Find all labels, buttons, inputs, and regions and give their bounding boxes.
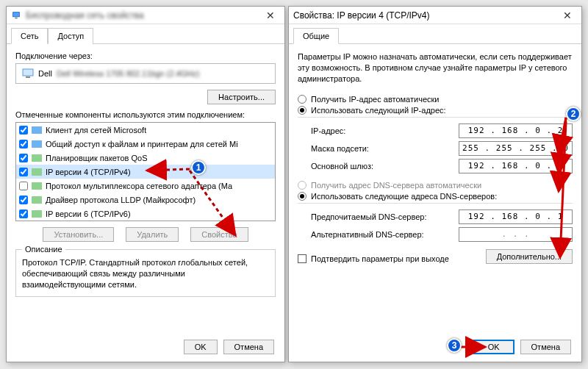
tab-general[interactable]: Общие xyxy=(293,28,339,44)
item-label: Клиент для сетей Microsoft xyxy=(46,126,146,135)
item-label: Драйвер протокола LLDP (Майкрософт) xyxy=(46,196,196,204)
checkbox-label: Подтвердить параметры при выходе xyxy=(311,254,449,263)
list-item[interactable]: Протокол мультиплексора сетевого адаптер… xyxy=(16,179,275,193)
install-button[interactable]: Установить... xyxy=(43,227,114,242)
annotation-marker-2: 2 xyxy=(566,107,581,121)
label-gateway: Основной шлюз: xyxy=(311,162,373,171)
component-icon xyxy=(32,209,42,219)
help-text: Параметры IP можно назначать автоматичес… xyxy=(298,51,573,85)
description-title: Описание xyxy=(22,245,65,254)
list-item[interactable]: IP версии 6 (TCP/IPv6) xyxy=(16,207,275,221)
titlebar[interactable]: Беспроводная сеть свойства ✕ xyxy=(7,7,284,24)
radio-label: Использовать следующий IP-адрес: xyxy=(311,106,446,115)
label-dns1: Предпочитаемый DNS-сервер: xyxy=(311,212,426,221)
radio-label: Получить IP-адрес автоматически xyxy=(311,95,439,104)
svg-rect-0 xyxy=(13,12,20,16)
description-text: Протокол TCP/IP. Стандартный протокол гл… xyxy=(22,257,269,290)
input-mask[interactable]: 255 . 255 . 255 . 0 xyxy=(459,141,573,156)
svg-rect-8 xyxy=(32,182,42,190)
tab-network[interactable]: Сеть xyxy=(11,28,48,44)
checkbox-icon xyxy=(298,254,306,263)
network-icon xyxy=(11,10,21,21)
connection-label: Подключение через: xyxy=(15,51,276,60)
close-icon[interactable]: ✕ xyxy=(261,10,280,21)
svg-rect-5 xyxy=(32,140,42,148)
confirm-on-exit[interactable]: Подтвердить параметры при выходе xyxy=(298,254,449,263)
item-label: Общий доступ к файлам и принтерам для се… xyxy=(46,140,238,148)
item-label: Планировщик пакетов QoS xyxy=(46,154,148,162)
svg-rect-3 xyxy=(26,76,30,78)
connection-adapter: Dell Dell Wireless 1705 802.11bgn (2.4GH… xyxy=(15,63,276,84)
input-ip[interactable]: 192 . 168 . 0 . 2 xyxy=(459,123,573,138)
label-mask: Маска подсети: xyxy=(311,144,369,153)
checkbox[interactable] xyxy=(19,168,28,176)
component-icon xyxy=(32,195,42,205)
list-item[interactable]: Драйвер протокола LLDP (Майкрософт) xyxy=(16,193,275,207)
component-icon xyxy=(32,167,42,177)
item-label: IP версии 4 (TCP/IPv4) xyxy=(46,168,131,176)
checkbox[interactable] xyxy=(19,154,28,162)
adapter-icon xyxy=(22,68,34,79)
radio-dns-manual[interactable]: Использовать следующие адреса DNS-сервер… xyxy=(298,192,573,201)
network-connection-properties-dialog: Беспроводная сеть свойства ✕ Сеть Доступ… xyxy=(6,6,285,362)
svg-rect-1 xyxy=(15,17,18,18)
list-item[interactable]: Общий доступ к файлам и принтерам для се… xyxy=(16,137,275,151)
annotation-marker-3: 3 xyxy=(447,338,462,353)
radio-label: Использовать следующие адреса DNS-сервер… xyxy=(311,192,497,201)
component-icon xyxy=(32,139,42,149)
list-item[interactable]: Клиент для сетей Microsoft xyxy=(16,123,275,137)
component-icon xyxy=(32,181,42,191)
svg-rect-10 xyxy=(32,210,42,218)
checkbox[interactable] xyxy=(19,196,28,204)
radio-dns-auto: Получить адрес DNS-сервера автоматически xyxy=(298,181,573,190)
list-item[interactable]: Планировщик пакетов QoS xyxy=(16,151,275,165)
radio-icon xyxy=(298,181,306,190)
input-gateway[interactable]: 192 . 168 . 0 . 1 xyxy=(459,159,573,173)
checkbox[interactable] xyxy=(19,140,28,148)
input-dns1[interactable]: 192 . 168 . 0 . 1 xyxy=(459,209,573,224)
checkbox[interactable] xyxy=(19,209,28,218)
svg-rect-6 xyxy=(32,154,42,162)
ok-button[interactable]: OK xyxy=(184,340,218,354)
item-label: IP версии 6 (TCP/IPv6) xyxy=(46,209,131,218)
radio-ip-manual[interactable]: Использовать следующий IP-адрес: xyxy=(298,106,573,115)
checkbox[interactable] xyxy=(19,126,28,135)
components-list[interactable]: Клиент для сетей Microsoft Общий доступ … xyxy=(15,122,276,221)
radio-icon xyxy=(298,106,306,115)
cancel-button[interactable]: Отмена xyxy=(223,340,274,354)
tab-access[interactable]: Доступ xyxy=(48,28,93,44)
close-icon[interactable]: ✕ xyxy=(558,10,577,21)
label-ip: IP-адрес: xyxy=(311,126,345,135)
checkbox[interactable] xyxy=(19,182,28,190)
configure-button[interactable]: Настроить... xyxy=(207,90,276,104)
remove-button[interactable]: Удалить xyxy=(126,227,179,242)
properties-button[interactable]: Свойства xyxy=(190,227,248,242)
svg-rect-2 xyxy=(23,69,33,76)
svg-rect-9 xyxy=(32,196,42,204)
titlebar[interactable]: Свойства: IP версии 4 (TCP/IPv4) ✕ xyxy=(289,7,581,24)
cancel-button[interactable]: Отмена xyxy=(520,340,571,354)
component-icon xyxy=(32,153,42,163)
tab-strip: Сеть Доступ xyxy=(7,24,284,44)
ok-button[interactable]: OK xyxy=(473,340,514,354)
annotation-marker-1: 1 xyxy=(191,160,206,175)
svg-rect-4 xyxy=(32,126,42,134)
list-item-ipv4[interactable]: IP версии 4 (TCP/IPv4) xyxy=(16,165,275,179)
svg-rect-7 xyxy=(32,168,42,176)
component-icon xyxy=(32,125,42,135)
advanced-button[interactable]: Дополнительно... xyxy=(486,249,573,264)
radio-icon xyxy=(298,95,306,104)
label-dns2: Альтернативный DNS-сервер: xyxy=(311,230,424,239)
adapter-name-prefix: Dell xyxy=(38,69,52,78)
item-label: Протокол мультиплексора сетевого адаптер… xyxy=(46,182,232,190)
adapter-name: Dell Wireless 1705 802.11bgn (2.4GHz) xyxy=(57,69,199,78)
dialog-title: Беспроводная сеть свойства xyxy=(26,10,261,21)
radio-label: Получить адрес DNS-сервера автоматически xyxy=(311,181,481,190)
ipv4-properties-dialog: Свойства: IP версии 4 (TCP/IPv4) ✕ Общие… xyxy=(288,6,582,362)
radio-icon xyxy=(298,192,306,201)
radio-ip-auto[interactable]: Получить IP-адрес автоматически xyxy=(298,95,573,104)
dialog-title: Свойства: IP версии 4 (TCP/IPv4) xyxy=(293,10,558,21)
components-label: Отмеченные компоненты используются этим … xyxy=(15,110,276,119)
tab-strip: Общие xyxy=(289,24,581,44)
input-dns2[interactable]: . . . xyxy=(459,227,573,242)
